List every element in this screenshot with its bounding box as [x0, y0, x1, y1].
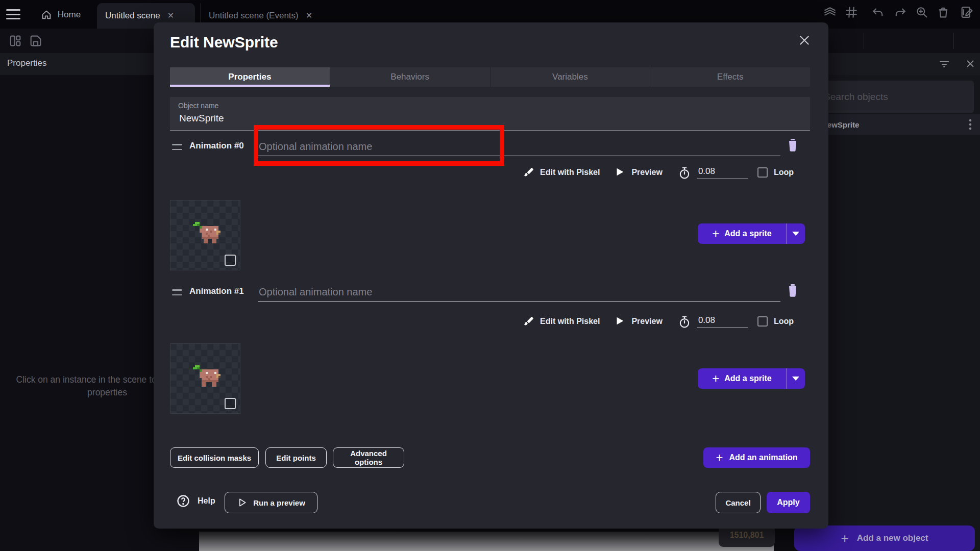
time-between-frames-input[interactable] [697, 166, 748, 179]
edit-sprite-dialog: Edit NewSprite Properties Behaviors Vari… [154, 22, 828, 529]
pig-sprite-image [191, 220, 220, 249]
add-new-object-label: Add a new object [857, 533, 928, 543]
trash-icon[interactable] [936, 5, 950, 19]
tab-home[interactable]: Home [28, 3, 94, 27]
grid-icon[interactable] [844, 5, 859, 19]
help-label: Help [198, 496, 215, 506]
animation-1-controls: Edit with Piskel Preview Loop [485, 312, 794, 331]
add-sprite-label: Add a sprite [724, 374, 771, 383]
play-icon [614, 166, 626, 179]
redo-icon[interactable] [893, 5, 908, 19]
properties-panel-title: Properties [7, 58, 46, 68]
animation-0-controls: Edit with Piskel Preview Loop [485, 163, 794, 182]
edit-scene-icon[interactable] [960, 5, 974, 19]
object-name-input[interactable] [178, 112, 793, 124]
brush-icon [523, 315, 535, 328]
play-icon [614, 315, 626, 328]
add-sprite-dropdown[interactable] [786, 368, 805, 389]
zoom-in-icon[interactable] [915, 5, 929, 19]
layout-panels-icon[interactable] [8, 34, 22, 48]
add-an-animation-button[interactable]: + Add an animation [703, 447, 810, 468]
add-new-object-button[interactable]: + Add a new object [794, 525, 975, 551]
animation-0-label: Animation #0 [189, 141, 244, 151]
animation-1-name-input[interactable] [258, 283, 780, 302]
preview-button[interactable]: Preview [631, 317, 662, 326]
loop-label: Loop [774, 317, 794, 326]
sprite-frame-thumbnail[interactable] [170, 200, 240, 270]
select-frame-checkbox[interactable] [225, 255, 236, 266]
advanced-options-button[interactable]: Advanced options [333, 447, 404, 468]
time-between-frames-input[interactable] [697, 315, 748, 328]
tab-properties[interactable]: Properties [170, 67, 330, 87]
pig-sprite-image [191, 363, 220, 393]
gdevelop-editor: Home Untitled scene ✕ Untitled scene (Ev… [0, 0, 980, 551]
layers-icon[interactable] [823, 5, 837, 19]
toolbar-divider [864, 33, 864, 49]
tab-variables[interactable]: Variables [490, 67, 650, 87]
object-name-label: Object name [178, 102, 218, 110]
run-a-preview-button[interactable]: Run a preview [225, 492, 317, 513]
plus-icon: + [841, 531, 849, 546]
object-menu-icon[interactable] [969, 118, 972, 131]
close-dialog-icon[interactable] [798, 34, 811, 47]
chevron-down-icon [792, 232, 799, 236]
hamburger-menu-icon[interactable] [6, 8, 20, 21]
dialog-title: Edit NewSprite [170, 34, 278, 51]
add-sprite-button[interactable]: + Add a sprite [698, 223, 805, 244]
add-sprite-dropdown[interactable] [786, 223, 805, 244]
save-icon[interactable] [29, 34, 43, 48]
cancel-button[interactable]: Cancel [716, 492, 761, 513]
apply-button[interactable]: Apply [767, 492, 810, 513]
run-a-preview-label: Run a preview [253, 498, 305, 507]
tab-behaviors[interactable]: Behaviors [330, 67, 490, 87]
dialog-tabs: Properties Behaviors Variables Effects [170, 67, 810, 87]
tab-scene-label: Untitled scene [105, 11, 160, 21]
filter-icon[interactable] [938, 59, 950, 69]
drag-handle-icon[interactable] [172, 144, 182, 150]
preview-button[interactable]: Preview [631, 168, 662, 177]
add-sprite-label: Add a sprite [724, 229, 771, 238]
close-tab-icon[interactable]: ✕ [167, 12, 174, 20]
add-an-animation-label: Add an animation [729, 453, 797, 462]
help-icon [176, 494, 190, 508]
drag-handle-icon[interactable] [172, 289, 182, 295]
objects-panel [813, 75, 980, 551]
stopwatch-icon [678, 166, 690, 179]
add-sprite-button[interactable]: + Add a sprite [698, 368, 805, 389]
plus-icon: + [712, 371, 719, 386]
annotation-highlight-box [254, 125, 504, 166]
stopwatch-icon [678, 315, 690, 328]
home-icon [41, 9, 52, 20]
tab-effects[interactable]: Effects [650, 67, 810, 87]
plus-icon: + [712, 227, 719, 241]
sprite-frame-thumbnail[interactable] [170, 343, 240, 414]
loop-checkbox[interactable] [757, 316, 768, 327]
edit-with-piskel-button[interactable]: Edit with Piskel [540, 317, 600, 326]
undo-icon[interactable] [871, 5, 885, 19]
brush-icon [523, 166, 535, 179]
edit-collision-masks-button[interactable]: Edit collision masks [170, 447, 259, 468]
object-list-item[interactable]: NewSprite [813, 114, 980, 135]
chevron-down-icon [792, 377, 799, 381]
play-outline-icon [237, 497, 247, 508]
edit-points-button[interactable]: Edit points [265, 447, 327, 468]
tab-home-label: Home [58, 10, 81, 20]
search-objects-input[interactable] [817, 81, 974, 113]
edit-with-piskel-button[interactable]: Edit with Piskel [540, 168, 600, 177]
close-panel-icon[interactable] [965, 58, 976, 69]
delete-animation-icon[interactable] [787, 138, 799, 152]
animation-1-label: Animation #1 [189, 286, 244, 296]
loop-label: Loop [774, 168, 794, 177]
close-tab-icon[interactable]: ✕ [306, 12, 312, 20]
select-frame-checkbox[interactable] [225, 398, 236, 409]
loop-checkbox[interactable] [757, 167, 768, 178]
help-button[interactable]: Help [176, 494, 215, 508]
toolbar-divider [953, 33, 954, 49]
plus-icon: + [716, 450, 723, 465]
tab-events-label: Untitled scene (Events) [209, 11, 299, 21]
delete-animation-icon[interactable] [787, 283, 799, 297]
scene-canvas-edge [199, 532, 774, 551]
